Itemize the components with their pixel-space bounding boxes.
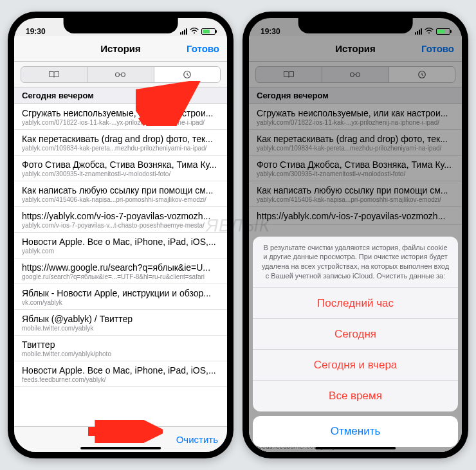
phone-right: 19:30 История Готово <box>243 12 468 458</box>
history-row-title: Яблык (@yablyk) / Твиттер <box>22 314 219 324</box>
screen-right: 19:30 История Готово <box>249 18 462 452</box>
history-row[interactable]: Фото Стива Джобса, Стива Возняка, Тима К… <box>14 156 227 181</box>
status-time: 19:30 <box>26 27 46 36</box>
wifi-icon <box>190 27 199 36</box>
action-sheet-cancel[interactable]: Отменить <box>253 416 458 447</box>
status-time: 19:30 <box>261 27 280 36</box>
clear-today-yesterday[interactable]: Сегодня и вчера <box>253 350 458 381</box>
history-row-url: mobile.twitter.com/yablyk <box>22 325 219 332</box>
history-row-url: google.ru/search?q=яблык&ie=...=UTF-8&hl… <box>22 273 219 280</box>
history-row[interactable]: Как перетаскивать (drag and drop) фото, … <box>14 130 227 156</box>
clear-last-hour[interactable]: Последний час <box>253 288 458 319</box>
svg-point-0 <box>194 32 195 33</box>
history-row-title: Новости Apple. Все о Mac, iPhone, iPad, … <box>22 365 219 375</box>
history-row-title: Как перетаскивать (drag and drop) фото, … <box>22 134 219 144</box>
history-row[interactable]: Яблык (@yablyk) / Твиттерmobile.twitter.… <box>14 310 227 336</box>
notch <box>298 18 413 33</box>
battery-icon <box>201 28 215 35</box>
annotation-arrow-bottom <box>86 420 163 443</box>
history-row[interactable]: Новости Apple. Все о Mac, iPhone, iPad, … <box>14 361 227 387</box>
clear-all-time[interactable]: Все время <box>253 381 458 411</box>
history-row-title: https://www.google.ru/search?q=яблык&ie=… <box>22 262 219 273</box>
history-row-title: https://yablyk.com/v-ios-7-poyavilas-voz… <box>22 211 219 221</box>
action-sheet-group: В результате очистки удаляются история, … <box>253 237 458 411</box>
done-button[interactable]: Готово <box>187 43 219 54</box>
history-row[interactable]: https://yablyk.com/v-ios-7-poyavilas-voz… <box>14 207 227 233</box>
history-row-url: yablyk.com <box>22 248 219 255</box>
history-row[interactable]: Как написать любую ссылку при помощи см.… <box>14 181 227 207</box>
history-row-title: Яблык - Новости Apple, инструкции и обзо… <box>22 288 219 298</box>
home-indicator <box>315 447 396 449</box>
wifi-icon <box>425 27 434 36</box>
history-row-title: Фото Стива Джобса, Стива Возняка, Тима К… <box>22 159 219 170</box>
history-row-url: feeds.feedburner.com/yablyk/ <box>22 376 219 383</box>
history-row-url: yablyk.com/415406-kak-napisa...pri-pomos… <box>22 196 219 203</box>
book-icon <box>48 70 60 79</box>
reading-list-tab[interactable] <box>87 67 154 82</box>
glasses-icon <box>114 70 126 79</box>
history-tab[interactable] <box>154 67 220 82</box>
segmented-control[interactable] <box>21 66 221 83</box>
clear-button[interactable]: Очистить <box>176 434 218 445</box>
bookmarks-tab[interactable] <box>21 67 87 82</box>
notch <box>63 18 178 33</box>
history-row-url: vk.com/yablyk <box>22 299 219 306</box>
history-row[interactable]: Яблык - Новости Apple, инструкции и обзо… <box>14 284 227 310</box>
battery-icon <box>436 28 450 35</box>
watermark: ЯБЛЫК <box>206 215 270 236</box>
history-row-title: Как написать любую ссылку при помощи см.… <box>22 185 219 195</box>
phone-left: 19:30 История Готово <box>8 12 233 458</box>
status-right <box>415 27 450 36</box>
clock-icon <box>181 70 193 79</box>
history-row[interactable]: Новости Apple. Все о Mac, iPhone, iPad, … <box>14 233 227 258</box>
history-row[interactable]: https://www.google.ru/search?q=яблык&ie=… <box>14 258 227 284</box>
section-header-label: Сегодня вечером <box>22 91 94 100</box>
history-row-url: yablyk.com/v-ios-7-poyavilas-v...t-chast… <box>22 222 219 229</box>
status-right <box>180 27 215 36</box>
cellular-icon <box>415 28 422 35</box>
action-sheet-message: В результате очистки удаляются история, … <box>253 237 458 288</box>
action-sheet: В результате очистки удаляются история, … <box>253 237 458 447</box>
home-indicator <box>80 447 161 449</box>
svg-point-2 <box>122 73 125 77</box>
svg-point-4 <box>428 32 430 33</box>
history-row-url: yablyk.com/300935-it-znamenitosti-v-molo… <box>22 170 219 177</box>
annotation-arrow-top <box>136 81 206 126</box>
history-list[interactable]: Сгружать неиспользуемые, или как настрои… <box>14 104 227 426</box>
history-row-title: Твиттер <box>22 339 219 350</box>
history-row-title: Новости Apple. Все о Mac, iPhone, iPad, … <box>22 237 219 247</box>
history-row-url: mobile.twitter.com/yablyk/photo <box>22 350 219 357</box>
history-row-url: yablyk.com/109834-kak-pereta...mezhdu-pr… <box>22 145 219 152</box>
navbar: История Готово <box>14 36 227 62</box>
page-title: История <box>100 43 141 54</box>
clear-today[interactable]: Сегодня <box>253 319 458 350</box>
cellular-icon <box>180 28 187 35</box>
history-row[interactable]: Твиттерmobile.twitter.com/yablyk/photo <box>14 336 227 361</box>
svg-point-1 <box>116 73 120 77</box>
